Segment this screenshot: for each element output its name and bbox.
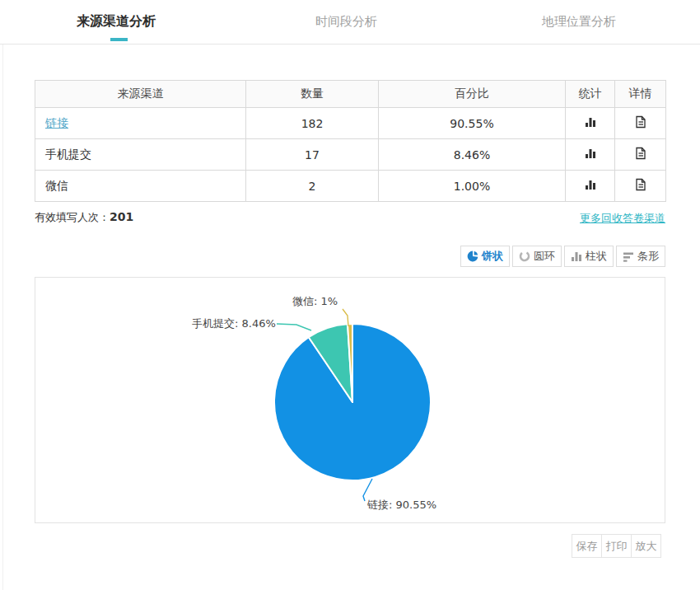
table-row: 微信 2 1.00% [35,171,666,202]
chart-type-column-button[interactable]: 柱状 [564,246,614,267]
tab-geo-location[interactable]: 地理位置分析 [542,14,616,30]
chart-type-column-label: 柱状 [586,249,607,264]
channel-link[interactable]: 链接 [45,116,68,129]
chart-type-toolbar: 饼状 圆环 柱状 条形 [460,246,665,267]
count-cell: 17 [246,139,379,171]
document-icon[interactable] [634,115,647,129]
tab-time-period[interactable]: 时间段分析 [315,14,377,30]
percent-cell: 90.55% [379,108,566,139]
table-row: 链接 182 90.55% [35,108,666,139]
channel-cell: 微信 [35,171,246,202]
document-icon[interactable] [634,147,647,160]
analysis-page: 来源渠道分析 时间段分析 地理位置分析 来源渠道 数量 百分比 统计 详情 链接… [0,0,700,590]
chart-type-pie-button[interactable]: 饼状 [460,246,510,267]
bar-chart-icon[interactable] [584,147,597,160]
header-count: 数量 [246,81,379,108]
more-channels-link[interactable]: 更多回收答卷渠道 [580,211,665,226]
pie-label-wechat: 微信: 1% [292,295,338,307]
bar-chart-icon[interactable] [584,178,597,191]
chart-type-bar-button[interactable]: 条形 [616,246,665,267]
percent-cell: 8.46% [379,139,566,171]
pie-chart-icon [467,251,478,262]
label-line-mobile [277,324,311,330]
print-button[interactable]: 打印 [601,534,632,558]
count-cell: 182 [246,108,379,139]
header-stats: 统计 [566,81,615,108]
header-channel: 来源渠道 [35,81,246,108]
header-percent: 百分比 [379,81,566,108]
meta-row: 有效填写人次：201 更多回收答卷渠道 [35,210,665,227]
pie-chart-panel: 微信: 1% 手机提交: 8.46% 链接: 90.55% [35,277,665,523]
tab-bar: 来源渠道分析 时间段分析 地理位置分析 [0,0,700,44]
table-header-row: 来源渠道 数量 百分比 统计 详情 [35,81,666,108]
save-button[interactable]: 保存 [572,534,602,558]
valid-count-value: 201 [110,210,133,223]
pie-label-mobile: 手机提交: 8.46% [192,317,276,330]
valid-count-label: 有效填写人次： [35,211,110,223]
column-chart-icon [571,251,582,262]
page-edge-line [2,44,3,590]
channel-cell: 手机提交 [35,139,246,171]
pie-chart: 微信: 1% 手机提交: 8.46% 链接: 90.55% [35,278,665,522]
chart-type-ring-label: 圆环 [534,249,555,264]
chart-type-bar-label: 条形 [637,249,659,264]
header-detail: 详情 [615,81,666,108]
pie-label-link: 链接: 90.55% [366,499,436,511]
active-tab-underline [110,38,128,41]
percent-cell: 1.00% [379,171,566,202]
document-icon[interactable] [634,178,647,191]
label-line-link [363,479,372,501]
horizontal-bar-chart-icon [623,251,634,262]
bar-chart-icon[interactable] [584,115,597,129]
chart-type-ring-button[interactable]: 圆环 [512,246,562,267]
channel-table: 来源渠道 数量 百分比 统计 详情 链接 182 90.55% 手机提交 17 … [35,80,666,202]
tab-source-channel[interactable]: 来源渠道分析 [77,13,156,30]
chart-type-pie-label: 饼状 [482,249,503,264]
ring-chart-icon [519,251,530,262]
table-row: 手机提交 17 8.46% [35,139,666,171]
count-cell: 2 [246,171,379,202]
zoom-button[interactable]: 放大 [631,534,661,558]
footer-button-group: 保存 打印 放大 [572,534,661,558]
